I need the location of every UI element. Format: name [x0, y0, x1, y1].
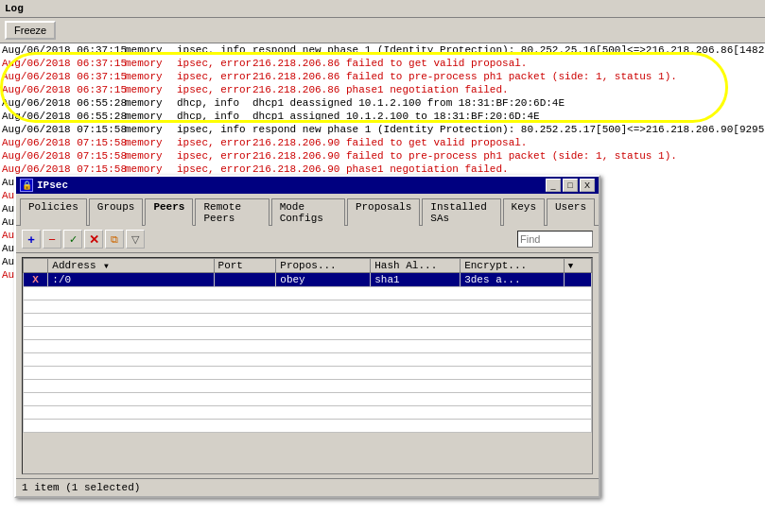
tab-peers[interactable]: Peers — [145, 198, 193, 226]
dialog-tabs: Policies Groups Peers Remote Peers Mode … — [16, 194, 599, 226]
table-row-empty — [24, 314, 592, 327]
row-hash: sha1 — [371, 273, 461, 287]
row-extra — [564, 273, 591, 287]
col-address-header[interactable]: Address ▼ — [48, 259, 214, 273]
row-icon: X — [24, 273, 48, 287]
col-extra-header[interactable]: ▼ — [564, 259, 591, 273]
filter-button[interactable]: ▽ — [126, 230, 145, 249]
table-row-empty — [24, 340, 592, 353]
tab-remote-peers[interactable]: Remote Peers — [195, 198, 269, 226]
col-port-header[interactable]: Port — [214, 259, 276, 273]
table-row-empty — [24, 367, 592, 380]
col-proposal-header[interactable]: Propos... — [276, 259, 371, 273]
peers-table-wrapper: Address ▼ Port Propos... Hash Al... Encr… — [22, 257, 593, 474]
col-encrypt-header[interactable]: Encrypt... — [461, 259, 565, 273]
log-row: Aug/06/2018 06:55:28 memory dhcp, info d… — [0, 110, 765, 123]
close-button[interactable]: X — [580, 179, 595, 192]
table-row-empty — [24, 406, 592, 420]
col-icon-header[interactable] — [24, 259, 48, 273]
minimize-button[interactable]: _ — [546, 179, 561, 192]
dialog-status: 1 item (1 selected) — [16, 478, 599, 496]
table-row[interactable]: X :/0 obey sha1 3des a... — [24, 273, 592, 287]
tab-keys[interactable]: Keys — [503, 198, 545, 226]
log-toolbar: Freeze — [0, 18, 765, 43]
row-port — [214, 273, 276, 287]
log-row: Aug/06/2018 07:15:58 memory ipsec, error… — [0, 136, 765, 149]
find-box — [517, 231, 593, 248]
copy-button[interactable]: ⧉ — [105, 230, 124, 249]
tab-groups[interactable]: Groups — [89, 198, 144, 226]
log-row: Aug/06/2018 06:37:15 memory ipsec, info … — [0, 43, 765, 57]
check-button[interactable]: ✓ — [63, 230, 82, 249]
row-address: :/0 — [48, 273, 214, 287]
row-encrypt: 3des a... — [461, 273, 565, 287]
dialog-toolbar: + − ✓ ✕ ⧉ ▽ — [16, 226, 599, 253]
tab-mode-configs[interactable]: Mode Configs — [271, 198, 345, 226]
maximize-button[interactable]: □ — [563, 179, 578, 192]
row-proposal: obey — [276, 273, 371, 287]
tab-proposals[interactable]: Proposals — [347, 198, 420, 226]
dialog-icon: 🔒 — [20, 179, 33, 192]
dialog-title: IPsec — [37, 180, 68, 191]
table-row-empty — [24, 300, 592, 314]
ipsec-dialog: 🔒 IPsec _ □ X Policies Groups Peers Remo… — [14, 175, 600, 498]
remove-button[interactable]: − — [43, 230, 61, 249]
log-row: Aug/06/2018 06:37:15 memory ipsec, error… — [0, 83, 765, 96]
tab-installed-sas[interactable]: Installed SAs — [422, 198, 500, 226]
tab-users[interactable]: Users — [547, 198, 595, 226]
table-header-row: Address ▼ Port Propos... Hash Al... Encr… — [24, 259, 592, 273]
find-input[interactable] — [517, 231, 593, 248]
log-header: Log — [0, 0, 765, 18]
log-row: Aug/06/2018 07:15:58 memory ipsec, error… — [0, 149, 765, 163]
tab-policies[interactable]: Policies — [20, 198, 87, 226]
table-row-empty — [24, 393, 592, 406]
table-row-empty — [24, 420, 592, 433]
col-hash-header[interactable]: Hash Al... — [371, 259, 461, 273]
dialog-controls: _ □ X — [546, 179, 595, 192]
table-row-empty — [24, 287, 592, 300]
dialog-titlebar: 🔒 IPsec _ □ X — [16, 177, 599, 194]
cancel-button[interactable]: ✕ — [84, 230, 103, 249]
log-row: Aug/06/2018 07:15:58 memory ipsec, error… — [0, 163, 765, 176]
log-row: Aug/06/2018 06:55:28 memory dhcp, info d… — [0, 96, 765, 110]
freeze-button[interactable]: Freeze — [5, 21, 56, 40]
log-row: Aug/06/2018 06:37:15 memory ipsec, error… — [0, 57, 765, 70]
add-button[interactable]: + — [22, 230, 41, 249]
peers-table: Address ▼ Port Propos... Hash Al... Encr… — [23, 258, 592, 433]
table-row-empty — [24, 353, 592, 367]
table-row-empty — [24, 380, 592, 393]
table-row-empty — [24, 327, 592, 340]
log-row: Aug/06/2018 06:37:15 memory ipsec, error… — [0, 70, 765, 83]
log-row: Aug/06/2018 07:15:58 memory ipsec, info … — [0, 123, 765, 136]
